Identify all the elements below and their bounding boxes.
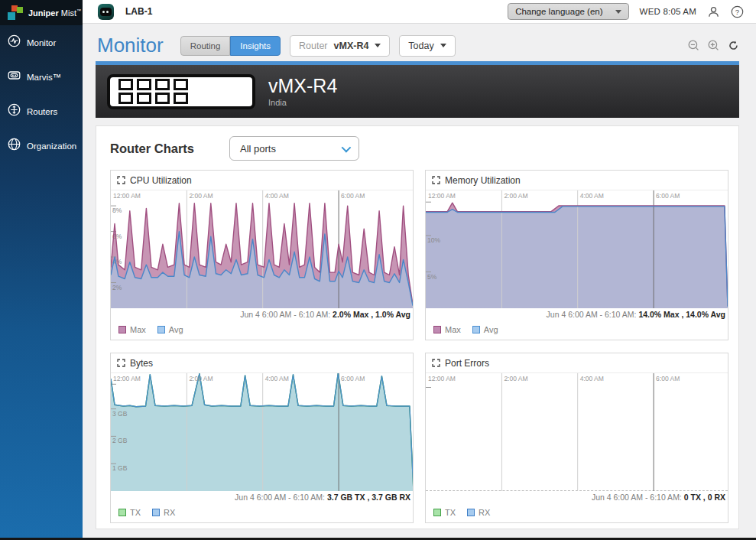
legend-item-avg[interactable]: Avg <box>157 325 183 334</box>
zoom-out-button[interactable] <box>688 40 699 51</box>
sidebar: Juniper Mist™ Monitor Marvis™ Routers Or <box>0 0 83 538</box>
chart-title: Port Errors <box>445 358 489 369</box>
expand-button[interactable] <box>432 176 440 184</box>
legend-swatch <box>157 326 165 333</box>
svg-text:8%: 8% <box>112 207 122 214</box>
chart-summary: Jun 4 6:00 AM - 6:10 AM: 14.0% Max , 14.… <box>426 308 728 320</box>
chart-legend: TX RX <box>426 503 728 517</box>
marvis-icon <box>8 69 21 85</box>
legend-item-rx[interactable]: RX <box>152 508 175 517</box>
svg-text:?: ? <box>735 8 739 16</box>
svg-text:12:00 AM: 12:00 AM <box>113 192 141 200</box>
marvis-bot-avatar[interactable] <box>98 4 114 20</box>
main-content: Monitor Routing Insights Router vMX-R4 T… <box>83 24 756 538</box>
port-errors-chart-card: Port Errors 12:00 AM2:00 AM4:00 AM6:00 A… <box>425 353 728 523</box>
chart-plot-area[interactable]: 12:00 AM2:00 AM4:00 AM6:00 AM <box>426 373 728 491</box>
account-button[interactable] <box>707 5 720 18</box>
chart-legend: TX RX <box>111 503 413 517</box>
brand-text: Juniper Mist™ <box>28 8 81 18</box>
router-name: vMX-R4 <box>268 76 337 97</box>
legend-swatch <box>152 509 160 516</box>
svg-text:4:00 AM: 4:00 AM <box>265 192 289 200</box>
expand-button[interactable] <box>117 176 125 184</box>
help-icon: ? <box>731 5 744 18</box>
zoom-out-icon <box>688 40 699 51</box>
legend-swatch <box>433 326 441 333</box>
caret-down-icon <box>615 10 621 14</box>
chart-summary: Jun 4 6:00 AM - 6:10 AM: 0 TX , 0 RX <box>426 491 728 503</box>
sidebar-item-routers[interactable]: Routers <box>0 94 83 128</box>
zoom-in-button[interactable] <box>708 40 719 51</box>
page-title: Monitor <box>97 34 164 57</box>
chevron-down-icon <box>342 142 352 152</box>
charts-grid: CPU Utilization 8%6%4%2%12:00 AM2:00 AM4… <box>96 161 738 523</box>
change-language-button[interactable]: Change language (en) <box>508 3 628 20</box>
router-device-image <box>107 74 255 109</box>
svg-text:2:00 AM: 2:00 AM <box>189 375 213 382</box>
zoom-in-icon <box>708 40 719 51</box>
refresh-button[interactable] <box>728 40 739 51</box>
legend-item-max[interactable]: Max <box>433 325 461 334</box>
router-charts-card: Router Charts All ports CPU Utilization <box>96 125 739 529</box>
svg-text:4:00 AM: 4:00 AM <box>265 375 289 382</box>
svg-text:6:00 AM: 6:00 AM <box>656 375 680 382</box>
cpu-utilization-chart-card: CPU Utilization 8%6%4%2%12:00 AM2:00 AM4… <box>110 170 414 340</box>
expand-icon <box>117 359 125 367</box>
legend-swatch <box>472 326 480 333</box>
chart-summary: Jun 4 6:00 AM - 6:10 AM: 2.0% Max , 1.0%… <box>111 308 413 320</box>
sidebar-item-monitor[interactable]: Monitor <box>0 25 83 60</box>
port-filter-select[interactable]: All ports <box>229 136 359 161</box>
svg-text:6:00 AM: 6:00 AM <box>656 192 680 200</box>
svg-text:2%: 2% <box>112 284 122 291</box>
monitor-toolbar: Monitor Routing Insights Router vMX-R4 T… <box>83 24 756 60</box>
datetime-label: WED 8:05 AM <box>640 7 696 16</box>
chart-title: Bytes <box>130 358 153 369</box>
legend-item-tx[interactable]: TX <box>118 508 141 517</box>
svg-text:12:00 AM: 12:00 AM <box>428 375 456 382</box>
section-heading: Router Charts <box>110 142 194 156</box>
memory-utilization-chart-card: Memory Utilization 10%5%12:00 AM2:00 AM4… <box>425 170 728 340</box>
chart-plot-area[interactable]: 3 GB2 GB1 GB12:00 AM2:00 AM4:00 AM6:00 A… <box>111 373 413 491</box>
router-select[interactable]: Router vMX-R4 <box>290 35 390 57</box>
app-window: Juniper Mist™ Monitor Marvis™ Routers Or <box>0 0 756 540</box>
legend-swatch <box>433 509 441 516</box>
svg-text:1 GB: 1 GB <box>112 464 128 472</box>
expand-icon <box>432 359 440 367</box>
expand-icon <box>432 176 440 184</box>
person-icon <box>707 5 720 18</box>
chart-title: CPU Utilization <box>130 175 192 186</box>
time-range-select[interactable]: Today <box>399 35 455 57</box>
svg-text:6:00 AM: 6:00 AM <box>341 192 365 200</box>
legend-swatch <box>118 509 126 516</box>
bytes-chart-card: Bytes 3 GB2 GB1 GB12:00 AM2:00 AM4:00 AM… <box>110 353 414 523</box>
legend-item-tx[interactable]: TX <box>433 508 456 517</box>
legend-item-max[interactable]: Max <box>118 325 146 334</box>
chart-plot-area[interactable]: 10%5%12:00 AM2:00 AM4:00 AM6:00 AM <box>426 190 728 308</box>
legend-swatch <box>467 509 475 516</box>
svg-text:2:00 AM: 2:00 AM <box>504 375 527 382</box>
svg-text:2:00 AM: 2:00 AM <box>189 192 213 200</box>
legend-item-rx[interactable]: RX <box>467 508 490 517</box>
expand-button[interactable] <box>117 359 125 367</box>
chart-plot-area[interactable]: 8%6%4%2%12:00 AM2:00 AM4:00 AM6:00 AM <box>111 190 413 308</box>
router-banner: vMX-R4 India <box>96 61 739 118</box>
svg-text:6:00 AM: 6:00 AM <box>341 375 365 382</box>
svg-text:4:00 AM: 4:00 AM <box>580 192 604 200</box>
chart-title: Memory Utilization <box>445 175 521 186</box>
legend-item-avg[interactable]: Avg <box>472 325 498 334</box>
chart-legend: Max Avg <box>426 320 728 334</box>
view-toggle: Routing Insights <box>180 36 281 56</box>
svg-text:10%: 10% <box>427 236 440 244</box>
chart-legend: Max Avg <box>111 320 413 334</box>
help-button[interactable]: ? <box>731 5 744 18</box>
svg-text:2:00 AM: 2:00 AM <box>504 192 527 200</box>
tab-insights[interactable]: Insights <box>230 36 281 56</box>
tab-routing[interactable]: Routing <box>180 36 231 56</box>
sidebar-item-marvis[interactable]: Marvis™ <box>0 60 83 94</box>
svg-text:4:00 AM: 4:00 AM <box>580 375 604 382</box>
monitor-icon <box>8 34 21 50</box>
expand-button[interactable] <box>432 359 440 367</box>
top-bar: LAB-1 Change language (en) WED 8:05 AM ? <box>83 0 756 24</box>
sidebar-item-organization[interactable]: Organization <box>0 128 83 163</box>
svg-text:12:00 AM: 12:00 AM <box>113 375 141 382</box>
